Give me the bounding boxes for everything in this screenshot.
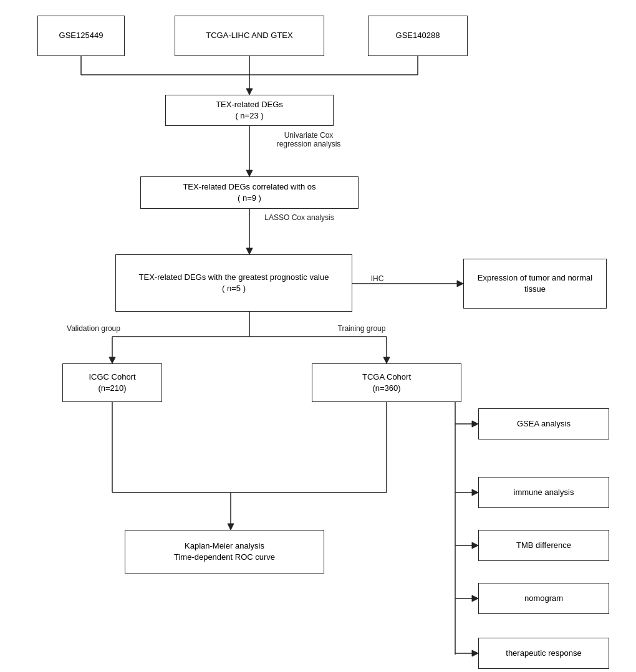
svg-marker-5: [246, 89, 253, 95]
svg-marker-17: [383, 357, 390, 363]
univariate-label: Univariate Cox regression analysis: [259, 131, 359, 148]
svg-marker-32: [472, 595, 478, 602]
svg-marker-7: [246, 170, 253, 176]
tex-corr-box: TEX-related DEGs correlated with os ( n=…: [140, 176, 359, 209]
immune-box: immune analysis: [478, 477, 609, 508]
lasso-label: LASSO Cox analysis: [253, 213, 346, 222]
km-roc-box: Kaplan-Meier analysis Time-dependent ROC…: [125, 530, 324, 574]
gse140288-box: GSE140288: [368, 16, 468, 56]
gsea-box: GSEA analysis: [478, 408, 609, 439]
validation-label: Validation group: [50, 324, 137, 333]
ihc-label: IHC: [359, 274, 396, 283]
svg-marker-11: [457, 281, 463, 287]
gse125449-box: GSE125449: [37, 16, 125, 56]
training-label: Training group: [318, 324, 405, 333]
flowchart: GSE125449 TCGA-LIHC AND GTEX GSE140288 T…: [0, 0, 636, 672]
tex-prog-box: TEX-related DEGs with the greatest progn…: [115, 254, 352, 312]
svg-marker-34: [472, 650, 478, 656]
tmb-box: TMB difference: [478, 530, 609, 561]
tcga-box: TCGA Cohort (n=360): [312, 363, 461, 402]
ihc-expr-box: Expression of tumor and normal tissue: [463, 259, 607, 309]
svg-marker-26: [472, 421, 478, 427]
tcga-gtex-box: TCGA-LIHC AND GTEX: [175, 16, 324, 56]
nomogram-box: nomogram: [478, 583, 609, 614]
svg-marker-9: [246, 248, 253, 254]
svg-marker-23: [228, 524, 234, 530]
tex-degs-box: TEX-related DEGs ( n=23 ): [165, 95, 334, 126]
svg-marker-30: [472, 542, 478, 549]
therapeutic-box: therapeutic response: [478, 638, 609, 669]
svg-marker-15: [109, 357, 115, 363]
svg-marker-28: [472, 489, 478, 496]
icgc-box: ICGC Cohort (n=210): [62, 363, 162, 402]
